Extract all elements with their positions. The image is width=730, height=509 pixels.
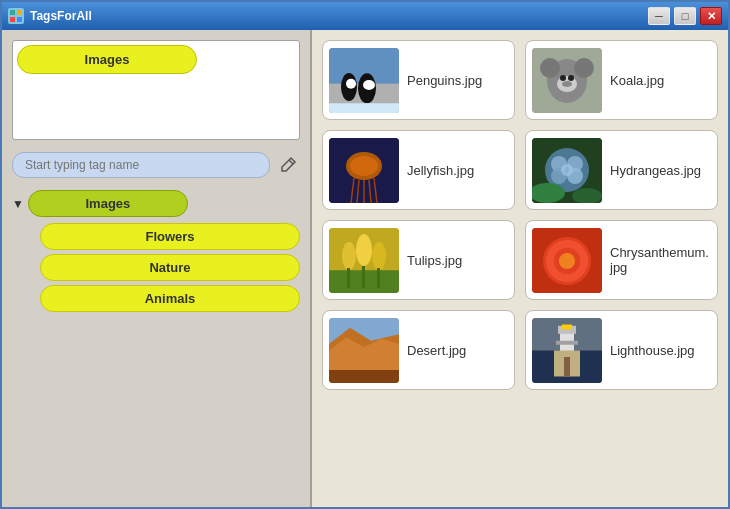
window-title: TagsForAll (30, 9, 648, 23)
image-filename: Lighthouse.jpg (610, 343, 695, 358)
content-area: Images ▼ Images (2, 30, 728, 507)
svg-rect-43 (377, 268, 380, 288)
svg-point-38 (342, 242, 356, 270)
svg-rect-41 (347, 268, 350, 288)
main-window: TagsForAll ─ □ ✕ Images (0, 0, 730, 509)
svg-point-62 (559, 253, 575, 269)
svg-point-7 (346, 78, 356, 88)
image-card[interactable]: Hydrangeas.jpg (525, 130, 718, 210)
search-input[interactable] (12, 152, 270, 178)
image-filename: Desert.jpg (407, 343, 466, 358)
titlebar: TagsForAll ─ □ ✕ (2, 2, 728, 30)
app-icon (8, 8, 24, 24)
svg-rect-2 (10, 17, 15, 22)
tree: ▼ Images Flowers Nature Animals (12, 190, 300, 312)
image-card[interactable]: Penguins.jpg (322, 40, 515, 120)
image-thumbnail (329, 228, 399, 293)
image-card[interactable]: Jellyfish.jpg (322, 130, 515, 210)
tree-arrow[interactable]: ▼ (12, 197, 24, 211)
window-controls: ─ □ ✕ (648, 7, 722, 25)
image-filename: Koala.jpg (610, 73, 664, 88)
tag-display-area: Images (12, 40, 300, 140)
image-filename: Chrysanthemum.jpg (610, 245, 711, 275)
image-card[interactable]: Desert.jpg (322, 310, 515, 390)
image-filename: Tulips.jpg (407, 253, 462, 268)
tree-child-nature[interactable]: Nature (40, 254, 300, 281)
svg-point-33 (561, 164, 573, 176)
svg-rect-42 (362, 266, 365, 288)
close-button[interactable]: ✕ (700, 7, 722, 25)
svg-rect-74 (564, 357, 570, 377)
svg-point-40 (372, 242, 386, 270)
image-card[interactable]: Chrysanthemum.jpg (525, 220, 718, 300)
svg-point-21 (350, 156, 378, 176)
image-thumbnail (532, 318, 602, 383)
svg-point-18 (562, 81, 572, 87)
search-area (12, 148, 300, 182)
minimize-button[interactable]: ─ (648, 7, 670, 25)
right-panel: Penguins.jpg Koala.jpg Jellyfish.jpg (312, 30, 728, 507)
maximize-button[interactable]: □ (674, 7, 696, 25)
svg-point-39 (356, 234, 372, 266)
image-thumbnail (532, 138, 602, 203)
tree-child-animals[interactable]: Animals (40, 285, 300, 312)
svg-rect-72 (562, 324, 572, 329)
image-filename: Jellyfish.jpg (407, 163, 474, 178)
svg-rect-1 (17, 10, 22, 15)
edit-icon[interactable] (276, 153, 300, 177)
left-panel: Images ▼ Images (2, 30, 312, 507)
svg-rect-71 (556, 340, 578, 344)
image-thumbnail (532, 228, 602, 293)
svg-point-14 (574, 58, 594, 78)
tree-children: Flowers Nature Animals (40, 223, 300, 312)
image-thumbnail (532, 48, 602, 113)
tree-root-button[interactable]: Images (28, 190, 188, 217)
svg-point-17 (568, 75, 574, 81)
svg-point-16 (560, 75, 566, 81)
tree-child-flowers[interactable]: Flowers (40, 223, 300, 250)
image-filename: Hydrangeas.jpg (610, 163, 701, 178)
svg-rect-10 (329, 103, 399, 113)
images-tag-button[interactable]: Images (17, 45, 197, 74)
image-thumbnail (329, 138, 399, 203)
svg-point-9 (363, 80, 375, 90)
image-thumbnail (329, 48, 399, 113)
image-card[interactable]: Koala.jpg (525, 40, 718, 120)
tree-root: ▼ Images (12, 190, 300, 217)
svg-rect-3 (17, 17, 22, 22)
svg-rect-0 (10, 10, 15, 15)
image-thumbnail (329, 318, 399, 383)
image-card[interactable]: Tulips.jpg (322, 220, 515, 300)
svg-rect-66 (329, 370, 399, 383)
image-card[interactable]: Lighthouse.jpg (525, 310, 718, 390)
image-filename: Penguins.jpg (407, 73, 482, 88)
svg-point-13 (540, 58, 560, 78)
